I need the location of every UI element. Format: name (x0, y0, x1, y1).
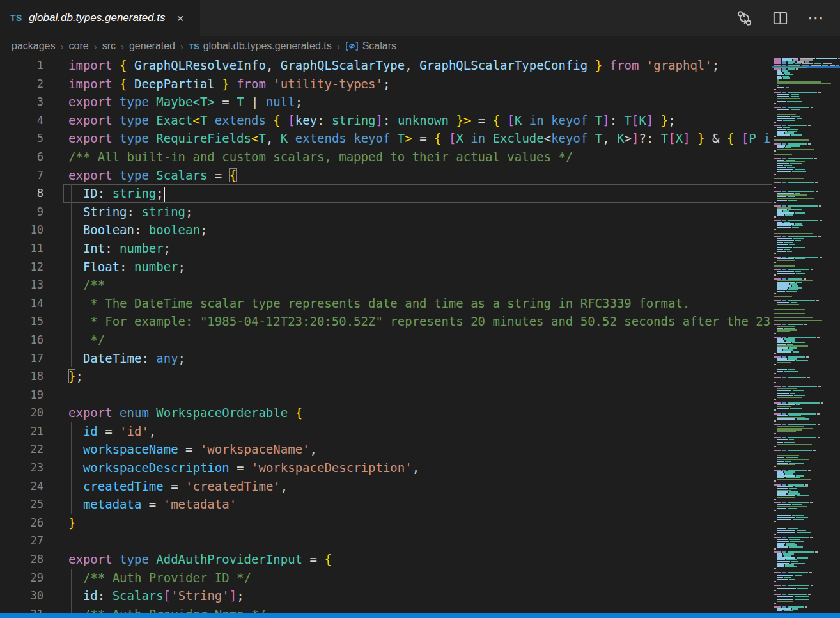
line-number[interactable]: 11 (0, 239, 43, 258)
code-line[interactable]: 6/** All built-in and custom scalars, ma… (0, 148, 840, 166)
breadcrumb-item-core[interactable]: core (69, 40, 89, 52)
line-number[interactable]: 25 (0, 495, 43, 514)
line-number[interactable]: 10 (0, 221, 43, 239)
editor-tab[interactable]: TS global.db.types.generated.ts × (0, 0, 200, 36)
code-line[interactable]: 5export type RequireFields<T, K extends … (0, 129, 840, 148)
line-number[interactable]: 21 (0, 422, 43, 441)
code-line-text: export type AddAuthProviderInput = { (63, 550, 840, 569)
line-number[interactable]: 23 (0, 459, 43, 477)
code-line-text: export type RequireFields<T, K extends k… (63, 129, 840, 148)
code-line[interactable]: 21 id = 'id', (0, 422, 840, 441)
code-line[interactable]: 9 String: string; (0, 203, 840, 221)
line-number[interactable]: 3 (0, 93, 43, 111)
code-line-text: workspaceDescription = 'workspaceDescrip… (63, 459, 840, 477)
line-number[interactable]: 6 (0, 148, 43, 166)
code-line[interactable]: 12 Float: number; (0, 258, 840, 276)
code-line[interactable]: 30 id: Scalars['String']; (0, 587, 840, 605)
line-number[interactable]: 29 (0, 569, 43, 587)
code-line-text: id = 'id', (63, 422, 840, 441)
code-line-text: * The DateTime scalar type represents da… (63, 294, 840, 313)
code-line[interactable]: 23 workspaceDescription = 'workspaceDesc… (0, 459, 840, 477)
code-line-text: import { DeepPartial } from 'utility-typ… (63, 75, 840, 93)
line-number[interactable]: 28 (0, 550, 43, 569)
line-number[interactable]: 5 (0, 129, 43, 148)
code-line[interactable]: 28export type AddAuthProviderInput = { (0, 550, 840, 569)
code-line[interactable]: 1import { GraphQLResolveInfo, GraphQLSca… (0, 56, 840, 75)
code-line[interactable]: 11 Int: number; (0, 239, 840, 258)
line-number[interactable]: 22 (0, 440, 43, 459)
code-line[interactable]: 15 * For example: "1985-04-12T23:20:50.5… (0, 312, 840, 331)
line-number[interactable]: 15 (0, 312, 43, 331)
code-line-text: ID: string; (63, 184, 840, 203)
line-number[interactable]: 18 (0, 367, 43, 386)
breadcrumb-item-generated[interactable]: generated (129, 40, 175, 52)
line-number[interactable]: 12 (0, 258, 43, 276)
line-number[interactable]: 14 (0, 294, 43, 313)
line-number[interactable]: 8 (0, 184, 43, 203)
status-bar[interactable] (0, 613, 840, 618)
code-line-text: export enum WorkspaceOrderable { (63, 404, 840, 422)
code-line[interactable]: 3export type Maybe<T> = T | null; (0, 93, 840, 111)
code-line[interactable]: 16 */ (0, 331, 840, 349)
line-number[interactable]: 1 (0, 56, 43, 75)
code-line[interactable]: 29 /** Auth Provider ID */ (0, 569, 840, 587)
code-line-text: DateTime: any; (63, 349, 840, 368)
code-line[interactable]: 13 /** (0, 276, 840, 294)
code-line[interactable]: 18}; (0, 367, 840, 386)
code-line-text: export type Scalars = { (63, 166, 840, 185)
breadcrumb-item-symbol[interactable]: Scalars (345, 40, 396, 52)
line-number[interactable]: 17 (0, 349, 43, 368)
code-line[interactable]: 2import { DeepPartial } from 'utility-ty… (0, 75, 840, 93)
code-line[interactable]: 24 createdTime = 'createdTime', (0, 477, 840, 496)
code-line[interactable]: 4export type Exact<T extends { [key: str… (0, 111, 840, 130)
code-line[interactable]: 7export type Scalars = { (0, 166, 840, 185)
open-changes-icon[interactable] (736, 10, 753, 27)
minimap[interactable] (772, 56, 840, 613)
code-line-text: export type Maybe<T> = T | null; (63, 93, 840, 111)
line-number[interactable]: 2 (0, 75, 43, 93)
breadcrumb-separator-icon: › (121, 41, 124, 52)
code-line[interactable]: 26} (0, 514, 840, 532)
typescript-file-icon: TS (189, 42, 199, 51)
code-line-text: import { GraphQLResolveInfo, GraphQLScal… (63, 56, 840, 75)
line-number[interactable]: 13 (0, 276, 43, 294)
code-line[interactable]: 20export enum WorkspaceOrderable { (0, 404, 840, 422)
code-line[interactable]: 17 DateTime: any; (0, 349, 840, 368)
code-line[interactable]: 14 * The DateTime scalar type represents… (0, 294, 840, 313)
editor[interactable]: 1import { GraphQLResolveInfo, GraphQLSca… (0, 56, 840, 613)
symbol-type-icon (345, 41, 359, 51)
editor-actions: ⋯ (736, 0, 840, 36)
line-number[interactable]: 24 (0, 477, 43, 496)
line-number[interactable]: 20 (0, 404, 43, 422)
breadcrumb: packages›core›src›generated›TSglobal.db.… (0, 36, 840, 56)
split-editor-icon[interactable] (772, 10, 788, 26)
line-number[interactable]: 7 (0, 166, 43, 185)
breadcrumb-separator-icon: › (180, 41, 183, 52)
tab-close-icon[interactable]: × (177, 12, 184, 24)
breadcrumb-item-packages[interactable]: packages (12, 40, 56, 52)
code-line[interactable]: 8 ID: string; (0, 184, 840, 203)
breadcrumb-item-file[interactable]: TSglobal.db.types.generated.ts (189, 40, 332, 52)
line-number[interactable]: 27 (0, 532, 43, 550)
line-number[interactable]: 19 (0, 386, 43, 404)
code-line[interactable]: 22 workspaceName = 'workspaceName', (0, 440, 840, 459)
typescript-file-icon: TS (10, 13, 22, 23)
line-number[interactable]: 9 (0, 203, 43, 221)
code-line-text: export type Exact<T extends { [key: stri… (63, 111, 840, 130)
line-number[interactable]: 30 (0, 587, 43, 605)
code-line-text: /** All built-in and custom scalars, map… (63, 148, 840, 166)
code-line[interactable]: 27 (0, 532, 840, 550)
breadcrumb-item-src[interactable]: src (102, 40, 116, 52)
code-line-text: /** Auth Provider ID */ (63, 569, 840, 587)
code-line[interactable]: 19 (0, 386, 840, 404)
line-number[interactable]: 16 (0, 331, 43, 349)
line-number[interactable]: 26 (0, 514, 43, 532)
tab-title: global.db.types.generated.ts (29, 12, 166, 24)
line-number[interactable]: 31 (0, 605, 43, 613)
line-number[interactable]: 4 (0, 111, 43, 130)
code-line[interactable]: 10 Boolean: boolean; (0, 221, 840, 239)
code-line-text: /** Auth Provider Name */ (63, 605, 840, 613)
code-line[interactable]: 31 /** Auth Provider Name */ (0, 605, 840, 613)
code-line[interactable]: 25 metadata = 'metadata' (0, 495, 840, 514)
code-line-text: /** (63, 276, 840, 294)
